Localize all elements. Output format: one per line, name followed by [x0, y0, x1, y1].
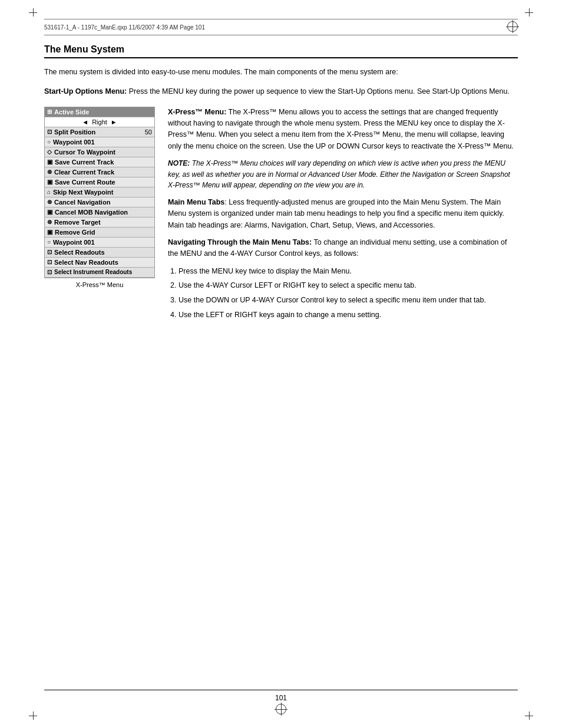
menu-item-active-side: ⊞ Active Side [45, 107, 154, 117]
step-1: Press the MENU key twice to display the … [178, 266, 518, 277]
menu-item-select-readouts: ⊡ Select Readouts [45, 248, 154, 258]
select-readouts-icon: ⊡ [47, 249, 52, 255]
select-instr-readouts-icon: ⊡ [47, 269, 52, 275]
save-route-icon: ▣ [47, 179, 52, 185]
startup-paragraph: Start-Up Options Menu: Press the MENU ke… [44, 86, 518, 97]
cursor-wp-icon: ◇ [47, 149, 52, 155]
menu-item-cancel-mob-nav: ▣ Cancel MOB Navigation [45, 207, 154, 218]
main-menu-paragraph: Main Menu Tabs: Less frequently-adjusted… [168, 197, 518, 231]
menu-item-waypoint2: ○ Waypoint 001 [45, 238, 154, 248]
menu-item-right: ◄ Right ► [45, 117, 154, 127]
step-2: Use the 4-WAY Cursor LEFT or RIGHT key t… [178, 280, 518, 291]
menu-item-remove-target: ⊗ Remove Target [45, 218, 154, 228]
menu-item-waypoint1: ○ Waypoint 001 [45, 137, 154, 147]
menu-item-clear-track: ⊗ Clear Current Track [45, 167, 154, 177]
right-column: X-Press™ Menu: The X-Press™ Menu allows … [168, 107, 518, 324]
header-text: 531617-1_A - 1197c_ManE.qxp 11/6/2007 4:… [44, 24, 205, 31]
center-bottom-crosshair [276, 704, 286, 716]
waypoint1-icon: ○ [47, 139, 51, 145]
active-side-icon: ⊞ [47, 108, 52, 115]
two-column-layout: ⊞ Active Side ◄ Right ► ⊡ Split Position… [44, 107, 518, 324]
remove-target-icon: ⊗ [47, 219, 52, 225]
startup-text: Press the MENU key during the power up s… [129, 87, 510, 95]
header-crosshair [507, 21, 518, 33]
skip-wp-label: Skip Next Waypoint [53, 189, 113, 196]
split-pos-value: 50 [145, 129, 152, 136]
menu-caption: X-Press™ Menu [44, 281, 155, 288]
menu-item-remove-grid: ▣ Remove Grid [45, 228, 154, 238]
reg-mark-tl [29, 8, 37, 17]
main-menu-label: Main Menu Tabs [168, 198, 224, 206]
nav-paragraph: Navigating Through the Main Menu Tabs: T… [168, 237, 518, 260]
left-arrow: ◄ [82, 118, 88, 126]
page-number: 101 [275, 694, 287, 702]
waypoint1-label: Waypoint 001 [53, 139, 95, 146]
right-arrow: ► [111, 118, 117, 126]
menu-item-cancel-nav: ⊗ Cancel Navigation [45, 197, 154, 207]
clear-track-label: Clear Current Track [54, 169, 114, 176]
save-route-label: Save Current Route [55, 179, 115, 186]
cancel-mob-label: Cancel MOB Navigation [55, 209, 128, 216]
page-content: The Menu System The menu system is divid… [44, 44, 518, 681]
reg-mark-br [525, 711, 533, 720]
menu-item-select-nav-readouts: ⊡ Select Nav Readouts [45, 258, 154, 268]
cancel-nav-icon: ⊗ [47, 199, 52, 205]
section-title: The Menu System [44, 44, 518, 58]
steps-list: Press the MENU key twice to display the … [178, 266, 518, 321]
remove-grid-label: Remove Grid [55, 229, 95, 236]
select-readouts-label: Select Readouts [54, 249, 105, 256]
menu-screenshot-container: ⊞ Active Side ◄ Right ► ⊡ Split Position… [44, 107, 155, 324]
intro-paragraph: The menu system is divided into easy-to-… [44, 67, 518, 78]
step-3: Use the DOWN or UP 4-WAY Cursor Control … [178, 295, 518, 306]
menu-item-save-track: ▣ Save Current Track [45, 157, 154, 167]
reg-mark-tr [525, 8, 533, 17]
menu-item-split-position: ⊡ Split Position 50 [45, 127, 154, 137]
skip-wp-icon: ⌂ [47, 189, 51, 195]
menu-screenshot: ⊞ Active Side ◄ Right ► ⊡ Split Position… [44, 107, 155, 278]
cancel-nav-label: Cancel Navigation [54, 199, 110, 206]
page-footer: 101 [44, 690, 518, 702]
right-value: Right [92, 118, 107, 126]
nav-label: Navigating Through the Main Menu Tabs: [168, 238, 312, 246]
reg-mark-bl [29, 711, 37, 720]
xpress-paragraph: X-Press™ Menu: The X-Press™ Menu allows … [168, 107, 518, 153]
select-instr-readouts-label: Select Instrument Readouts [54, 269, 132, 275]
waypoint2-icon: ○ [47, 239, 51, 245]
remove-grid-icon: ▣ [47, 229, 52, 235]
active-side-label: Active Side [54, 108, 89, 116]
startup-label: Start-Up Options Menu: [44, 87, 127, 95]
menu-item-select-instrument-readouts: ⊡ Select Instrument Readouts [45, 268, 154, 278]
cancel-mob-icon: ▣ [47, 209, 52, 215]
header-bar: 531617-1_A - 1197c_ManE.qxp 11/6/2007 4:… [44, 19, 518, 35]
save-track-icon: ▣ [47, 159, 52, 165]
split-pos-icon: ⊡ [47, 129, 52, 135]
split-pos-label: Split Position [54, 129, 95, 136]
save-track-label: Save Current Track [55, 159, 114, 166]
waypoint2-label: Waypoint 001 [53, 239, 95, 246]
cursor-wp-label: Cursor To Waypoint [54, 149, 115, 156]
menu-item-cursor-waypoint: ◇ Cursor To Waypoint [45, 147, 154, 157]
remove-target-label: Remove Target [54, 219, 101, 226]
xpress-label: X-Press™ Menu: [168, 108, 226, 116]
menu-item-save-route: ▣ Save Current Route [45, 177, 154, 187]
step-4: Use the LEFT or RIGHT keys again to chan… [178, 309, 518, 321]
note-label: NOTE: [168, 159, 190, 167]
select-nav-readouts-icon: ⊡ [47, 259, 52, 265]
menu-item-skip-waypoint: ⌂ Skip Next Waypoint [45, 187, 154, 197]
note-text: The X-Press™ Menu choices will vary depe… [168, 159, 510, 189]
clear-track-icon: ⊗ [47, 169, 52, 175]
note-paragraph: NOTE: The X-Press™ Menu choices will var… [168, 158, 518, 191]
select-nav-readouts-label: Select Nav Readouts [54, 259, 118, 266]
